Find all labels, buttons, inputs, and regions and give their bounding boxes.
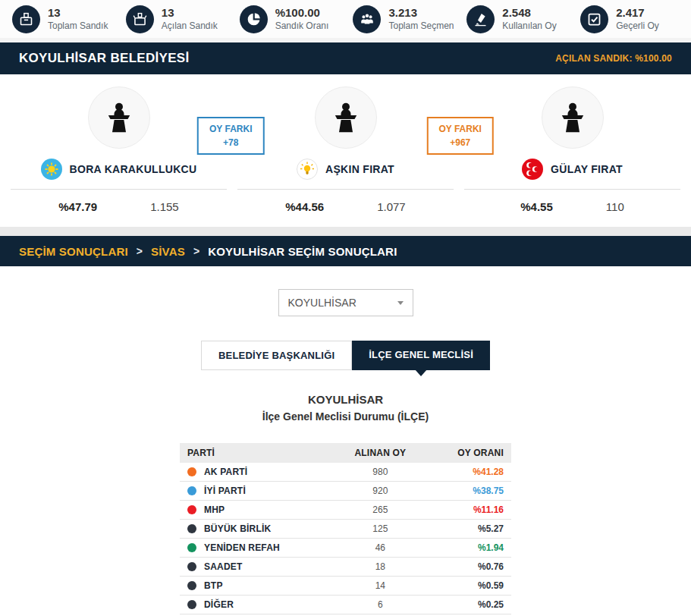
pie-chart-icon <box>240 5 268 33</box>
breadcrumb-sivas[interactable]: SİVAS <box>151 245 185 258</box>
table-row: İYİ PARTİ 920 %38.75 <box>180 482 511 501</box>
party-votes: 920 <box>332 482 429 501</box>
party-dot <box>187 562 196 571</box>
podium-speaker-icon <box>328 100 363 135</box>
chevron-right-icon: > <box>137 245 143 257</box>
vote-diff-label: OY FARKI <box>209 122 252 136</box>
stat-label: Toplam Sandık <box>48 20 108 32</box>
vote-diff-badge: OY FARKI +78 <box>197 117 264 155</box>
party-name: BÜYÜK BİRLİK <box>204 523 271 534</box>
col-ratio: OY ORANI <box>429 443 511 463</box>
party-votes: 6 <box>332 596 429 614</box>
party-percent: %38.75 <box>429 482 511 501</box>
candidate-votes: 110 <box>606 200 624 213</box>
vote-cast-icon <box>466 5 495 33</box>
chevron-down-icon <box>397 301 404 305</box>
party-dot <box>187 467 196 476</box>
candidate-card: GÜLAY FIRAT %4.55 110 <box>464 86 680 227</box>
candidate-avatar <box>542 86 604 149</box>
stat-value: 2.417 <box>616 6 659 20</box>
breadcrumb: SEÇİM SONUÇLARI > SİVAS > KOYULHİSAR SEÇ… <box>0 236 691 266</box>
candidate-percent: %4.55 <box>520 200 553 213</box>
party-percent: %0.25 <box>429 596 511 614</box>
vote-diff-value: +967 <box>438 136 481 149</box>
mhp-party-logo <box>522 159 543 180</box>
candidate-percent: %47.79 <box>58 200 97 213</box>
stat-label: Açılan Sandık <box>162 20 218 32</box>
party-name: MHP <box>204 504 225 515</box>
candidate-avatar <box>315 86 377 149</box>
party-dot <box>187 600 196 609</box>
stat-value: 13 <box>48 6 108 20</box>
candidates-section: BORA KARAKULLUKCU %47.79 1.155 AŞKIN FIR… <box>0 74 691 227</box>
stat-label: Toplam Seçmen <box>388 20 454 32</box>
party-dot <box>187 524 196 533</box>
party-dot <box>187 543 196 552</box>
breadcrumb-election-results[interactable]: SEÇİM SONUÇLARI <box>19 245 128 258</box>
party-percent: %5.27 <box>429 520 511 539</box>
table-row: SAADET 18 %0.76 <box>180 558 511 577</box>
party-votes: 125 <box>332 520 429 539</box>
municipality-title: KOYULHİSAR BELEDİYESİ <box>19 51 190 66</box>
podium-speaker-icon <box>102 100 137 135</box>
party-votes: 46 <box>332 539 429 558</box>
candidate-card: AŞKIN FIRAT %44.56 1.077 <box>237 86 454 227</box>
table-row: BTP 14 %0.59 <box>180 577 511 596</box>
tab-belediye-baskanligi[interactable]: BELEDİYE BAŞKANLIĞI <box>201 341 352 370</box>
table-row: AK PARTİ 980 %41.28 <box>180 463 511 482</box>
stat-label: Sandık Oranı <box>275 20 329 32</box>
chevron-right-icon: > <box>193 245 199 257</box>
ak-party-logo <box>297 159 318 180</box>
candidate-name: BORA KARAKULLUKCU <box>70 163 197 175</box>
stat-label: Geçerli Oy <box>616 20 659 32</box>
party-name: SAADET <box>204 561 243 572</box>
stat-value: 13 <box>162 6 218 20</box>
stats-bar: 13 Toplam Sandık 13 Açılan Sandık %100.0… <box>0 0 691 38</box>
stat-total-boxes: 13 Toplam Sandık <box>5 5 118 33</box>
candidate-name: GÜLAY FIRAT <box>551 163 623 175</box>
table-row: BÜYÜK BİRLİK 125 %5.27 <box>180 520 511 539</box>
party-votes: 14 <box>332 577 429 596</box>
party-percent: %41.28 <box>429 463 511 482</box>
party-percent: %0.76 <box>429 558 511 577</box>
breadcrumb-current: KOYULHİSAR SEÇİM SONUÇLARI <box>208 245 397 258</box>
district-select-value: KOYULHİSAR <box>288 297 356 309</box>
divider <box>0 227 691 236</box>
municipality-header: KOYULHİSAR BELEDİYESİ AÇILAN SANDIK: %10… <box>0 42 691 74</box>
district-select[interactable]: KOYULHİSAR <box>278 289 413 316</box>
results-table: PARTİ ALINAN OY OY ORANI AK PARTİ 980 %4… <box>180 443 511 615</box>
party-name: İYİ PARTİ <box>204 486 246 496</box>
stat-used-votes: 2.548 Kullanılan Oy <box>459 5 573 33</box>
candidate-votes: 1.155 <box>150 200 179 213</box>
party-votes: 18 <box>332 558 429 577</box>
ballot-box-open-icon <box>126 5 154 33</box>
section-title: KOYULHİSAR İlçe Genel Meclisi Durumu (İL… <box>0 391 691 425</box>
party-percent: %1.94 <box>429 539 511 558</box>
stat-opened-boxes: 13 Açılan Sandık <box>118 5 232 33</box>
vote-diff-badge: OY FARKI +967 <box>426 117 493 155</box>
stat-total-voters: 3.213 Toplam Seçmen <box>345 5 459 33</box>
stat-value: %100.00 <box>275 6 329 20</box>
section-title-district: KOYULHİSAR <box>0 391 691 409</box>
election-results-page: 13 Toplam Sandık 13 Açılan Sandık %100.0… <box>0 0 691 616</box>
voters-icon <box>353 5 381 33</box>
iyi-party-logo <box>41 159 62 180</box>
party-dot <box>187 486 196 495</box>
candidate-name: AŞKIN FIRAT <box>325 163 394 175</box>
candidate-votes: 1.077 <box>377 200 406 213</box>
tab-ilce-genel-meclisi[interactable]: İLÇE GENEL MECLİSİ <box>352 341 490 370</box>
party-votes: 980 <box>332 463 429 482</box>
stat-valid-votes: 2.417 Geçerli Oy <box>573 5 686 33</box>
candidate-percent: %44.56 <box>285 200 324 213</box>
table-row: DİĞER 6 %0.25 <box>180 596 511 614</box>
party-dot <box>187 581 196 590</box>
candidate-avatar <box>88 86 150 149</box>
party-name: BTP <box>204 580 223 591</box>
table-header-row: PARTİ ALINAN OY OY ORANI <box>180 443 511 463</box>
vote-diff-value: +78 <box>209 136 252 149</box>
stat-value: 2.548 <box>502 6 556 20</box>
col-party: PARTİ <box>180 443 332 463</box>
section-title-subtitle: İlçe Genel Meclisi Durumu (İLÇE) <box>0 409 691 425</box>
tabs: BELEDİYE BAŞKANLIĞI İLÇE GENEL MECLİSİ <box>0 341 691 370</box>
party-percent: %0.59 <box>429 577 511 596</box>
